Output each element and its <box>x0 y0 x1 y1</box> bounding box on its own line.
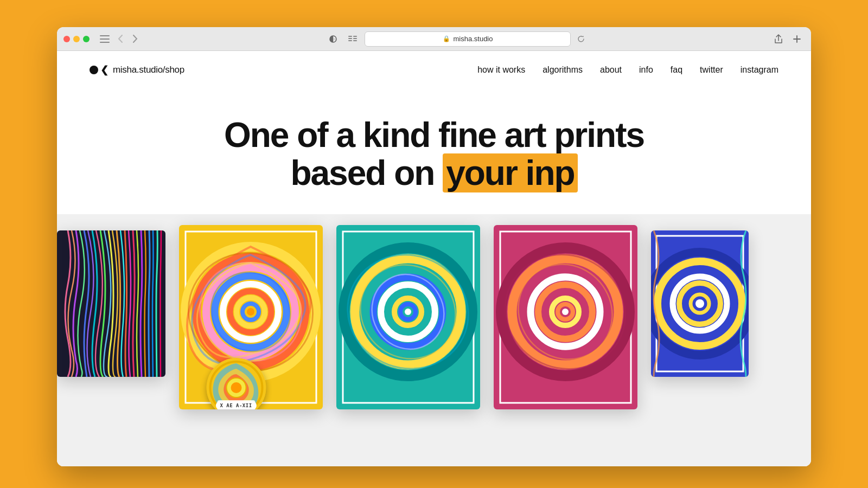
art-card-4[interactable] <box>494 225 637 409</box>
nav-how-it-works[interactable]: how it works <box>477 65 525 75</box>
nav-twitter[interactable]: twitter <box>700 65 723 75</box>
art-card-1[interactable] <box>57 230 165 377</box>
hero-title-line2-before: based on <box>290 153 443 192</box>
site-logo[interactable]: ❮ misha.studio/shop <box>90 64 184 76</box>
svg-point-28 <box>231 382 241 393</box>
logo-chevron-icon: ❮ <box>100 64 108 76</box>
nav-faq[interactable]: faq <box>671 65 682 75</box>
logo-domain: misha.studio <box>113 65 163 75</box>
svg-rect-4 <box>348 36 352 37</box>
minimize-button[interactable] <box>73 36 80 42</box>
lock-icon: 🔒 <box>443 35 450 42</box>
svg-rect-8 <box>353 38 357 39</box>
site-header: ❮ misha.studio/shop how it works algorit… <box>57 51 811 89</box>
svg-rect-9 <box>353 40 357 41</box>
new-tab-button[interactable] <box>789 31 805 47</box>
art-card-3[interactable] <box>336 225 480 409</box>
browser-actions <box>771 31 805 47</box>
logo-icon: ❮ <box>90 64 108 76</box>
svg-rect-6 <box>348 40 352 41</box>
svg-rect-7 <box>353 36 357 37</box>
gallery-section: X AE A-XII <box>57 214 811 466</box>
gallery-inner: X AE A-XII <box>57 214 811 466</box>
theme-toggle-button[interactable] <box>326 31 341 47</box>
address-bar[interactable]: 🔒 misha.studio <box>365 31 571 47</box>
reload-button[interactable] <box>575 33 587 45</box>
page-background: 🔒 misha.studio <box>0 0 868 488</box>
coin-badge-label: X AE A-XII <box>215 401 256 409</box>
site-nav: how it works algorithms about info faq t… <box>477 65 778 75</box>
browser-titlebar: 🔒 misha.studio <box>57 27 811 51</box>
hero-title: One of a kind fine art prints based on y… <box>90 116 778 192</box>
svg-point-67 <box>695 299 704 308</box>
url-text: misha.studio <box>454 35 493 43</box>
forward-button[interactable] <box>129 33 142 46</box>
browser-window: 🔒 misha.studio <box>57 27 811 466</box>
nav-algorithms[interactable]: algorithms <box>542 65 583 75</box>
svg-rect-5 <box>348 38 352 39</box>
art-card-2[interactable]: X AE A-XII <box>179 225 323 409</box>
logo-text: misha.studio/shop <box>113 65 184 75</box>
art-card-5[interactable] <box>651 230 749 377</box>
browser-controls <box>98 33 142 46</box>
logo-subpath: /shop <box>163 65 184 75</box>
hero-title-line1: One of a kind fine art prints <box>224 115 644 155</box>
svg-rect-2 <box>100 42 110 43</box>
share-button[interactable] <box>771 31 786 47</box>
close-button[interactable] <box>63 36 70 42</box>
svg-point-40 <box>405 309 411 315</box>
maximize-button[interactable] <box>83 36 90 42</box>
traffic-lights <box>63 36 90 42</box>
svg-point-54 <box>562 309 569 315</box>
website-content: ❮ misha.studio/shop how it works algorit… <box>57 51 811 466</box>
svg-rect-1 <box>100 38 110 40</box>
svg-point-21 <box>247 308 254 316</box>
sidebar-toggle-button[interactable] <box>98 34 111 44</box>
nav-info[interactable]: info <box>639 65 653 75</box>
hero-title-highlight: your inp <box>443 153 577 192</box>
address-bar-wrapper: 🔒 misha.studio <box>146 31 767 47</box>
back-button[interactable] <box>113 33 126 46</box>
reader-mode-button[interactable] <box>345 31 360 47</box>
hero-section: One of a kind fine art prints based on y… <box>57 89 811 214</box>
nav-about[interactable]: about <box>600 65 622 75</box>
logo-circle <box>90 66 98 74</box>
svg-rect-0 <box>100 35 110 36</box>
nav-instagram[interactable]: instagram <box>741 65 778 75</box>
